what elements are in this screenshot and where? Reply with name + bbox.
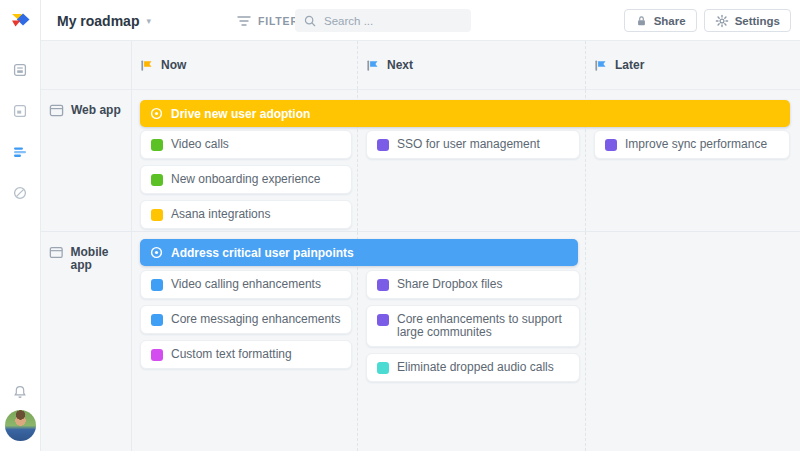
target-icon: [150, 107, 163, 120]
card-color-square: [151, 279, 163, 291]
window-icon: [49, 104, 64, 117]
settings-label: Settings: [735, 15, 780, 27]
search-input[interactable]: [324, 15, 454, 27]
card-title: Video calling enhancements: [171, 278, 321, 291]
roadmap-card[interactable]: Eliminate dropped audio calls: [366, 353, 580, 382]
card-color-square: [377, 362, 389, 374]
roadmap-card[interactable]: Custom text formatting: [140, 340, 352, 369]
card-title: New onboarding experience: [171, 173, 320, 186]
roadmap-icon: [12, 144, 28, 160]
topbar: My roadmap ▾ FILTER Share: [41, 0, 800, 41]
cards-next: Share Dropbox files Core enhancements to…: [366, 270, 580, 382]
target-icon: [150, 246, 163, 259]
card-title: Eliminate dropped audio calls: [397, 361, 554, 374]
roadmap-card[interactable]: Improve sync performance: [594, 130, 790, 159]
sidebar-item-boards[interactable]: [11, 61, 29, 79]
roadmap-title-dropdown[interactable]: My roadmap ▾: [57, 0, 151, 41]
card-title: Video calls: [171, 138, 229, 151]
card-color-square: [151, 314, 163, 326]
filter-button[interactable]: FILTER: [237, 0, 299, 41]
sidebar-item-discover[interactable]: [11, 184, 29, 202]
card-color-square: [151, 349, 163, 361]
search-icon: [303, 14, 317, 28]
flag-icon: [366, 59, 379, 72]
row-label-web-app[interactable]: Web app: [41, 90, 132, 231]
share-button[interactable]: Share: [624, 9, 697, 32]
app-logo-icon: [8, 9, 32, 33]
bell-icon: [12, 384, 28, 400]
discover-icon: [12, 185, 28, 201]
board-row-mobile-app: Mobile app Address critical user painpoi…: [41, 232, 800, 451]
notifications-button[interactable]: [11, 383, 29, 401]
column-header-later: Later: [586, 41, 799, 89]
cards-next: SSO for user management: [366, 130, 580, 159]
card-color-square: [377, 139, 389, 151]
column-label: Next: [387, 58, 413, 72]
card-title: Share Dropbox files: [397, 278, 502, 291]
card-color-square: [605, 139, 617, 151]
roadmap-card[interactable]: Core enhancements to support large commu…: [366, 305, 580, 347]
topbar-actions: Share Settings: [624, 9, 791, 32]
card-color-square: [377, 314, 389, 326]
roadmap-card[interactable]: Share Dropbox files: [366, 270, 580, 299]
filter-label: FILTER: [258, 15, 299, 27]
sidebar-bottom: [5, 383, 36, 441]
row-label: Web app: [71, 104, 121, 117]
flag-icon: [594, 59, 607, 72]
lock-icon: [635, 14, 648, 28]
roadmap-card[interactable]: SSO for user management: [366, 130, 580, 159]
user-avatar[interactable]: [5, 410, 36, 441]
roadmap-card[interactable]: Video calling enhancements: [140, 270, 352, 299]
roadmap-board: Now Next Later: [41, 41, 800, 451]
row-label-mobile-app[interactable]: Mobile app: [41, 232, 132, 451]
notes-icon: [12, 103, 28, 119]
card-title: Asana integrations: [171, 208, 270, 221]
roadmap-card[interactable]: Core messaging enhancements: [140, 305, 352, 334]
header-label-spacer: [41, 41, 132, 89]
card-title: Core messaging enhancements: [171, 313, 340, 326]
card-title: SSO for user management: [397, 138, 540, 151]
cards-later: Improve sync performance: [594, 130, 790, 159]
filter-icon: [237, 15, 251, 27]
gear-icon: [715, 14, 729, 28]
cards-now: Video calling enhancements Core messagin…: [140, 270, 352, 369]
search-box[interactable]: [295, 9, 471, 32]
roadmap-card[interactable]: Video calls: [140, 130, 352, 159]
cards-now: Video calls New onboarding experience As…: [140, 130, 352, 229]
sidebar-nav: [11, 61, 29, 202]
card-color-square: [151, 174, 163, 186]
flag-icon: [140, 59, 153, 72]
card-title: Improve sync performance: [625, 138, 767, 151]
column-label: Now: [161, 58, 186, 72]
objective-banner[interactable]: Address critical user painpoints: [140, 239, 578, 266]
settings-button[interactable]: Settings: [704, 9, 791, 32]
card-color-square: [377, 279, 389, 291]
card-color-square: [151, 139, 163, 151]
objective-title: Address critical user painpoints: [171, 246, 354, 260]
roadmap-card[interactable]: Asana integrations: [140, 200, 352, 229]
row-label: Mobile app: [70, 246, 131, 272]
share-label: Share: [654, 15, 686, 27]
sidebar-item-roadmap[interactable]: [11, 143, 29, 161]
roadmap-card[interactable]: New onboarding experience: [140, 165, 352, 194]
sidebar-item-notes[interactable]: [11, 102, 29, 120]
boards-icon: [12, 62, 28, 78]
card-color-square: [151, 209, 163, 221]
column-header-now: Now: [132, 41, 358, 89]
window-icon: [49, 246, 63, 259]
column-headers: Now Next Later: [41, 41, 800, 90]
card-title: Custom text formatting: [171, 348, 292, 361]
objective-title: Drive new user adoption: [171, 107, 310, 121]
sidebar: [0, 0, 41, 451]
column-header-next: Next: [358, 41, 586, 89]
page-title: My roadmap: [57, 13, 139, 29]
objective-banner[interactable]: Drive new user adoption: [140, 100, 790, 127]
column-label: Later: [615, 58, 644, 72]
card-title: Core enhancements to support large commu…: [397, 313, 569, 339]
app-logo[interactable]: [8, 9, 32, 33]
board-row-web-app: Web app Drive new user adoption Video ca…: [41, 90, 800, 232]
chevron-down-icon: ▾: [146, 16, 151, 26]
